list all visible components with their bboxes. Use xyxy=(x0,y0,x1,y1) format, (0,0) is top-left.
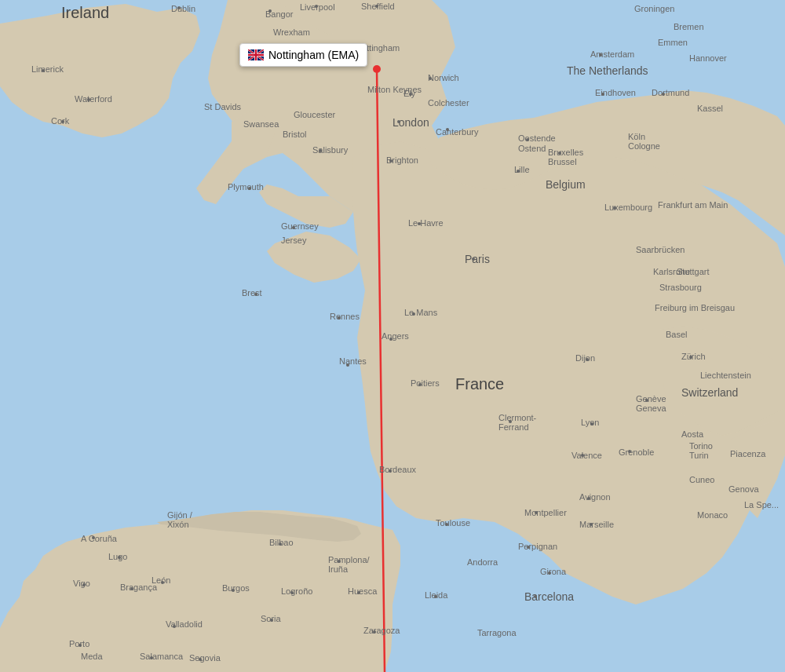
dot-bruxelles xyxy=(558,152,561,155)
dot-paris xyxy=(472,257,475,261)
dot-lemans xyxy=(412,312,415,316)
dot-dortmund xyxy=(662,93,665,96)
svg-point-2 xyxy=(373,65,381,73)
dot-lleida xyxy=(434,595,437,598)
dot-soria xyxy=(270,619,273,622)
dot-braganca xyxy=(130,587,133,590)
dot-norwich xyxy=(429,77,432,80)
dot-nantes xyxy=(346,363,349,367)
dot-barcelona xyxy=(534,595,537,598)
dot-leon xyxy=(161,581,164,584)
dot-porto xyxy=(78,644,82,647)
dot-avignon xyxy=(587,497,590,500)
dot-eindhoven xyxy=(601,93,604,96)
map-container: Nottingham (EMA) Ireland Sheffield Dubli… xyxy=(0,0,785,672)
uk-flag-icon xyxy=(248,49,264,60)
dot-cork xyxy=(61,120,64,123)
dot-sheffield xyxy=(375,5,378,8)
dot-segovia xyxy=(199,658,202,661)
dot-bordeaux xyxy=(389,469,392,473)
airport-label: Nottingham (EMA) xyxy=(239,43,367,67)
dot-acoruna xyxy=(92,536,95,539)
dot-luxembourg xyxy=(613,206,616,210)
dot-lehavre xyxy=(418,222,421,225)
dot-salamanca xyxy=(150,656,153,659)
dot-canterbury xyxy=(446,128,449,131)
dot-plymouth xyxy=(248,187,251,190)
dot-salisbury xyxy=(319,149,322,152)
airport-name-label: Nottingham (EMA) xyxy=(268,49,359,61)
dot-montpellier xyxy=(535,511,538,514)
dot-oostende xyxy=(526,138,529,141)
dot-burgos xyxy=(232,589,235,592)
dot-valladolid xyxy=(173,625,176,628)
dot-perpignan xyxy=(527,546,530,549)
dot-grenoble xyxy=(628,450,631,453)
dot-waterford xyxy=(87,98,90,101)
dot-marseille xyxy=(590,523,593,526)
dot-valence xyxy=(581,454,584,457)
dot-zurich xyxy=(689,356,692,359)
dot-london xyxy=(397,120,400,123)
map-svg xyxy=(0,0,785,672)
dot-poitiers xyxy=(418,383,422,386)
dot-angers xyxy=(389,338,392,341)
dot-toulouse xyxy=(445,523,448,526)
dot-geneve xyxy=(645,399,648,402)
dot-huesca xyxy=(357,591,360,594)
dot-dijon xyxy=(586,358,589,361)
dot-amsterdam xyxy=(599,53,602,57)
dot-rennes xyxy=(338,316,341,320)
dot-girona xyxy=(548,572,551,575)
dot-pamplona xyxy=(338,560,341,563)
dot-dublin xyxy=(177,6,181,9)
dot-lille xyxy=(517,170,520,173)
dot-brest xyxy=(254,293,257,296)
dot-bilbao xyxy=(279,542,282,546)
dot-limerick xyxy=(42,69,45,72)
dot-brighton xyxy=(389,159,392,163)
dot-vigo xyxy=(82,583,86,586)
dot-bangor xyxy=(268,9,272,13)
dot-ely xyxy=(409,93,412,96)
dot-logrono xyxy=(290,591,294,594)
dot-liverpool xyxy=(315,5,318,8)
dot-lugo xyxy=(118,556,121,559)
dot-clermontferrand xyxy=(509,420,512,423)
dot-lyon xyxy=(590,422,593,425)
dot-guernsey xyxy=(292,226,295,229)
dot-zaragoza xyxy=(373,630,376,634)
